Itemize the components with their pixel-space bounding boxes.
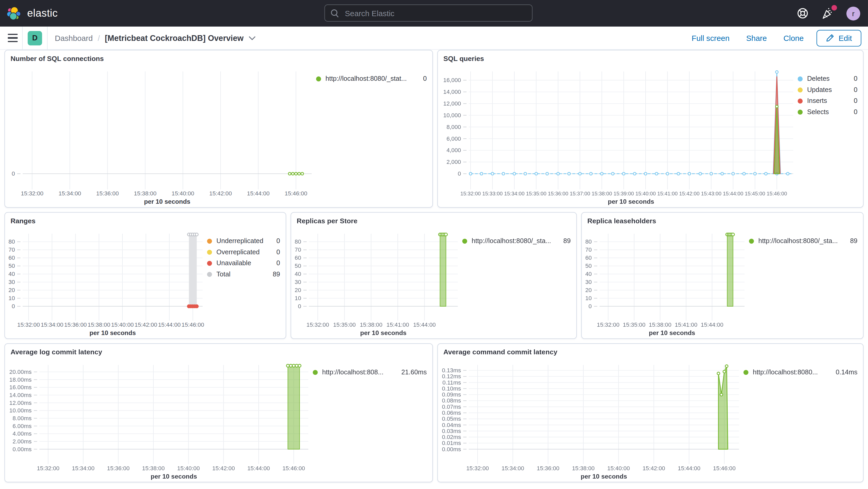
- legend-value: 0: [276, 237, 280, 245]
- svg-text:50: 50: [585, 263, 592, 269]
- panel-title[interactable]: Ranges: [5, 213, 286, 227]
- chart-canvas[interactable]: 15:32:0015:34:0015:36:0015:38:0015:40:00…: [8, 227, 207, 336]
- elastic-home-link[interactable]: elastic: [0, 6, 58, 21]
- svg-text:15:38:00: 15:38:00: [649, 322, 671, 328]
- breadcrumb-dashboard-link[interactable]: Dashboard: [55, 34, 93, 42]
- svg-text:15:34:00: 15:34:00: [59, 190, 81, 197]
- legend-series-dot-icon: [316, 76, 321, 81]
- legend-label: Underreplicated: [216, 237, 263, 245]
- svg-text:15:40:00: 15:40:00: [607, 465, 630, 471]
- menu-icon[interactable]: [3, 28, 22, 47]
- svg-text:per 10 seconds: per 10 seconds: [360, 329, 406, 336]
- panel-title[interactable]: SQL queries: [438, 50, 863, 65]
- svg-text:10: 10: [9, 295, 15, 301]
- svg-text:0.02ms: 0.02ms: [442, 434, 461, 440]
- space-badge[interactable]: D: [28, 31, 42, 45]
- legend-item[interactable]: Total89: [207, 270, 280, 278]
- svg-text:15:33:00: 15:33:00: [482, 191, 503, 196]
- panel-number-of-sql-connections: Number of SQL connections 15:32:0015:34:…: [4, 50, 433, 208]
- svg-text:per 10 seconds: per 10 seconds: [581, 473, 627, 480]
- svg-text:30: 30: [9, 279, 15, 285]
- svg-text:0.05ms: 0.05ms: [442, 416, 461, 422]
- svg-text:40: 40: [9, 271, 15, 277]
- legend-label: http://localhost:8080...: [753, 368, 818, 376]
- legend-item[interactable]: http://localhost:8080/_stat...0: [316, 75, 427, 83]
- svg-text:60: 60: [295, 254, 301, 261]
- legend-value: 89: [563, 237, 570, 245]
- legend-label: Selects: [807, 108, 829, 116]
- svg-text:per 10 seconds: per 10 seconds: [90, 329, 136, 336]
- edit-button[interactable]: Edit: [816, 30, 861, 47]
- svg-text:0.07ms: 0.07ms: [442, 403, 461, 410]
- chart-canvas[interactable]: 15:32:0015:34:0015:36:0015:38:0015:40:00…: [8, 358, 313, 480]
- legend-value: 89: [850, 237, 857, 245]
- svg-text:40: 40: [585, 271, 592, 277]
- legend-item[interactable]: http://localhost:8080/_sta...89: [749, 237, 858, 245]
- svg-text:15:32:00: 15:32:00: [307, 322, 329, 328]
- legend-value: 0.14ms: [836, 368, 858, 376]
- svg-text:15:32:00: 15:32:00: [466, 465, 489, 471]
- svg-text:0: 0: [298, 303, 301, 309]
- svg-text:15:36:00: 15:36:00: [548, 191, 568, 196]
- svg-text:0.11ms: 0.11ms: [442, 379, 461, 386]
- svg-text:15:46:00: 15:46:00: [282, 465, 305, 471]
- clone-button[interactable]: Clone: [775, 30, 812, 46]
- chart-legend: http://localhost:8080/_sta...89: [749, 227, 858, 336]
- chart-canvas[interactable]: 15:32:0015:35:0015:38:0015:41:0015:44:00…: [585, 227, 749, 336]
- legend-item[interactable]: Selects0: [798, 108, 858, 116]
- legend-value: 0: [854, 86, 857, 94]
- panel-title[interactable]: Average log commit latency: [5, 344, 432, 358]
- help-button[interactable]: [797, 7, 809, 20]
- divider: [47, 26, 48, 50]
- legend-item[interactable]: Unavailable0: [207, 259, 280, 267]
- svg-text:0.04ms: 0.04ms: [442, 422, 461, 428]
- legend-item[interactable]: Overreplicated0: [207, 248, 280, 256]
- legend-item[interactable]: Updates0: [798, 86, 858, 94]
- svg-text:0: 0: [12, 171, 15, 177]
- legend-item[interactable]: Inserts0: [798, 97, 858, 105]
- svg-text:per 10 seconds: per 10 seconds: [649, 329, 695, 336]
- legend-item[interactable]: http://localhost:8080...0.14ms: [744, 368, 858, 376]
- legend-label: Inserts: [807, 97, 827, 105]
- search-input[interactable]: [344, 8, 526, 18]
- panel-title[interactable]: Replicas per Store: [291, 213, 576, 227]
- panel-title[interactable]: Replica leaseholders: [582, 213, 863, 227]
- chart-legend: http://localhost:8080/_sta...89: [462, 227, 571, 336]
- chart-canvas[interactable]: 15:32:0015:33:0015:34:0015:35:0015:36:00…: [441, 65, 798, 205]
- svg-text:15:32:00: 15:32:00: [37, 465, 59, 471]
- legend-item[interactable]: Deletes0: [798, 75, 858, 83]
- global-search[interactable]: [324, 4, 533, 22]
- svg-text:60: 60: [585, 254, 592, 261]
- svg-text:per 10 seconds: per 10 seconds: [608, 198, 654, 205]
- legend-series-dot-icon: [207, 250, 212, 254]
- chart-canvas[interactable]: 15:32:0015:35:0015:38:0015:41:0015:44:00…: [294, 227, 462, 336]
- legend-item[interactable]: Underreplicated0: [207, 237, 280, 245]
- chart-legend: Underreplicated0Overreplicated0Unavailab…: [207, 227, 280, 336]
- full-screen-button[interactable]: Full screen: [683, 30, 738, 46]
- app-root: elastic: [0, 0, 868, 489]
- svg-text:0: 0: [589, 303, 592, 309]
- edit-button-label: Edit: [839, 34, 852, 42]
- breadcrumb-separator: /: [98, 34, 100, 42]
- panel-average-log-commit-latency: Average log commit latency 15:32:0015:34…: [4, 343, 433, 483]
- chart-canvas[interactable]: 15:32:0015:34:0015:36:0015:38:0015:40:00…: [8, 65, 316, 205]
- legend-item[interactable]: http://localhost:8080/_sta...89: [462, 237, 571, 245]
- svg-text:20.00ms: 20.00ms: [9, 369, 32, 375]
- panel-title[interactable]: Number of SQL connections: [5, 50, 432, 65]
- legend-item[interactable]: http://localhost:808...21.60ms: [313, 368, 427, 376]
- legend-label: Updates: [807, 86, 832, 94]
- panel-title[interactable]: Average command commit latency: [438, 344, 863, 358]
- user-menu-button[interactable]: r: [846, 6, 860, 20]
- svg-text:15:42:00: 15:42:00: [135, 322, 157, 328]
- page-title: [Metricbeat CockroachDB] Overview: [105, 34, 244, 42]
- title-chevron-icon[interactable]: [248, 36, 256, 40]
- share-button[interactable]: Share: [738, 30, 775, 46]
- svg-text:2.00ms: 2.00ms: [12, 438, 32, 445]
- search-icon: [331, 9, 339, 18]
- svg-text:15:45:00: 15:45:00: [745, 191, 765, 196]
- chart-legend: Deletes0Updates0Inserts0Selects0: [798, 65, 858, 205]
- news-button[interactable]: [821, 7, 834, 20]
- svg-text:40: 40: [295, 271, 301, 277]
- chart-canvas[interactable]: 15:32:0015:34:0015:36:0015:38:0015:40:00…: [441, 358, 744, 480]
- legend-value: 0: [276, 259, 280, 267]
